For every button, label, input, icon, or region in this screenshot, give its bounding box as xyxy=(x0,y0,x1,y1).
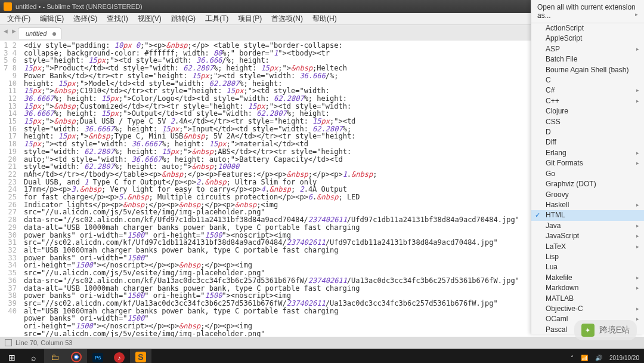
syntax-item-clojure[interactable]: Clojure xyxy=(531,106,644,116)
syntax-item-asp[interactable]: ASP▸ xyxy=(531,44,644,54)
title-text: untitled • - Sublime Text (UNREGISTERED) xyxy=(16,3,143,10)
music-icon[interactable]: ♪ xyxy=(109,349,130,363)
syntax-item-objective-c[interactable]: Objective-C▸ xyxy=(531,304,644,314)
start-button[interactable]: ⊞ xyxy=(1,349,23,363)
taskbar: ⊞ ⌕ 🗀 Ps ♪ S ˄ 📶 🔊 2019/10/20 xyxy=(0,349,644,363)
menu-item[interactable]: 工具(T) xyxy=(200,14,233,24)
syntax-item-bourne-again-shell-bash-[interactable]: Bourne Again Shell (bash) xyxy=(531,65,644,75)
syntax-item-diff[interactable]: Diff xyxy=(531,137,644,147)
syntax-item-c-[interactable]: C#▸ xyxy=(531,85,644,96)
tray-volume-icon[interactable]: 🔊 xyxy=(595,355,602,361)
app-icon xyxy=(4,2,12,11)
chevron-right-icon: ▸ xyxy=(636,274,639,282)
tray[interactable]: ˄ 📶 🔊 2019/10/20 xyxy=(571,355,643,361)
syntax-item-matlab[interactable]: MATLAB xyxy=(531,294,644,304)
syntax-menu[interactable]: Open all with current extension as... ▸ … xyxy=(531,0,644,334)
syntax-item-java[interactable]: Java▸ xyxy=(531,221,644,231)
syntax-item-markdown[interactable]: Markdown▸ xyxy=(531,283,644,293)
syntax-item-lua[interactable]: Lua xyxy=(531,262,644,272)
syntax-item-c[interactable]: C xyxy=(531,75,644,85)
syntax-item-git-formats[interactable]: Git Formats▸ xyxy=(531,158,644,168)
chevron-right-icon: ▸ xyxy=(636,149,639,157)
nav-arrows[interactable]: ◄ ► xyxy=(2,27,17,35)
chevron-right-icon: ▸ xyxy=(635,11,638,17)
chevron-right-icon: ▸ xyxy=(636,222,639,230)
syntax-item-c-[interactable]: C++▸ xyxy=(531,96,644,106)
syntax-item-latex[interactable]: LaTeX▸ xyxy=(531,242,644,252)
menu-item[interactable]: 首选项(N) xyxy=(267,14,308,24)
syntax-item-lisp[interactable]: Lisp xyxy=(531,252,644,262)
line-gutter: 1 2 3 4 5 6 7 8 9 10 11 12 13 14 15 16 1… xyxy=(0,41,21,337)
syntax-item-batch-file[interactable]: Batch File xyxy=(531,54,644,64)
menu-item[interactable]: 查找(I) xyxy=(102,14,132,24)
syntax-item-go[interactable]: Go xyxy=(531,169,644,179)
clock[interactable]: 2019/10/20 xyxy=(609,355,639,361)
syntax-item-applescript[interactable]: AppleScript xyxy=(531,33,644,44)
menu-item[interactable]: 帮助(H) xyxy=(308,14,342,24)
watermark: ✦ 跨境E站 xyxy=(574,320,637,340)
chevron-right-icon: ▸ xyxy=(636,97,639,105)
syntax-item-graphviz-dot-[interactable]: Graphviz (DOT) xyxy=(531,179,644,189)
menu-item[interactable]: 文件(F) xyxy=(2,14,35,24)
chevron-right-icon: ▸ xyxy=(636,232,639,240)
syntax-item-actionscript[interactable]: ActionScript xyxy=(531,23,644,33)
syntax-item-makefile[interactable]: Makefile▸ xyxy=(531,273,644,283)
tray-up-icon[interactable]: ˄ xyxy=(571,355,574,361)
menu-item[interactable]: 跳转(G) xyxy=(166,14,200,24)
tab-untitled[interactable]: untitled xyxy=(18,27,61,39)
syntax-item-erlang[interactable]: Erlang▸ xyxy=(531,148,644,158)
syntax-item-d[interactable]: D xyxy=(531,127,644,137)
search-icon[interactable]: ⌕ xyxy=(23,349,44,363)
menu-item[interactable]: 项目(P) xyxy=(233,14,267,24)
syntax-item-css[interactable]: CSS xyxy=(531,117,644,127)
syntax-item-javascript[interactable]: JavaScript▸ xyxy=(531,231,644,241)
tray-wifi-icon[interactable]: 📶 xyxy=(581,355,588,361)
status-icon[interactable] xyxy=(5,339,12,346)
chevron-right-icon: ▸ xyxy=(636,45,639,53)
statusbar: Line 70, Column 53 xyxy=(0,337,644,349)
dirty-indicator-icon xyxy=(52,32,56,36)
photoshop-icon[interactable]: Ps xyxy=(87,349,109,363)
chevron-right-icon: ▸ xyxy=(636,87,639,94)
chevron-right-icon: ▸ xyxy=(636,243,639,251)
chevron-right-icon: ▸ xyxy=(636,201,639,209)
tab-label: untitled xyxy=(26,30,47,37)
syntax-item-haskell[interactable]: Haskell▸ xyxy=(531,200,644,210)
menu-item[interactable]: 选择(S) xyxy=(69,14,102,24)
menu-item[interactable]: 编辑(E) xyxy=(35,14,69,24)
sublime-icon[interactable]: S xyxy=(130,349,151,363)
syntax-item-html[interactable]: HTML xyxy=(531,210,644,220)
chrome-icon[interactable] xyxy=(66,349,87,363)
syntax-menu-header[interactable]: Open all with current extension as... ▸ xyxy=(531,0,644,23)
wechat-icon: ✦ xyxy=(581,324,595,337)
explorer-icon[interactable]: 🗀 xyxy=(44,349,66,363)
menu-item[interactable]: 视图(V) xyxy=(133,14,166,24)
chevron-right-icon: ▸ xyxy=(636,315,639,323)
chevron-right-icon: ▸ xyxy=(636,159,639,167)
chevron-right-icon: ▸ xyxy=(636,305,639,313)
cursor-position: Line 70, Column 53 xyxy=(16,339,72,346)
chevron-right-icon: ▸ xyxy=(636,284,639,292)
syntax-item-groovy[interactable]: Groovy xyxy=(531,190,644,200)
